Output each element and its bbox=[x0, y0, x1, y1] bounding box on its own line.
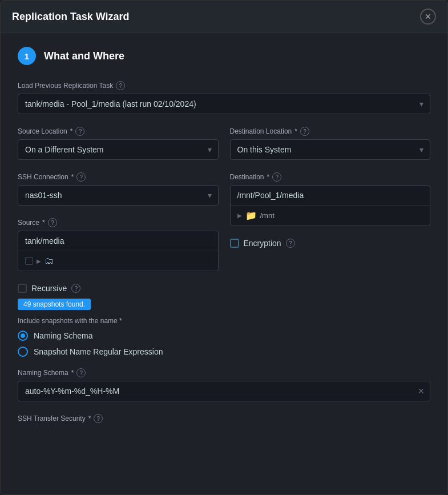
source-section: Source * ? ▶ 🗂 bbox=[18, 218, 219, 271]
tree-checkbox[interactable] bbox=[25, 257, 33, 265]
ssh-connection-label: SSH Connection * ? bbox=[18, 172, 219, 182]
destination-location-select[interactable]: On this System bbox=[230, 139, 431, 160]
destination-location-label: Destination Location * ? bbox=[230, 127, 431, 136]
destination-help-icon[interactable]: ? bbox=[272, 172, 281, 182]
encryption-container: Encryption ? bbox=[230, 239, 431, 248]
destination-box: /mnt/Pool_1/media ▶ 📁 /mnt bbox=[230, 185, 431, 226]
naming-schema-radio-inner bbox=[21, 333, 25, 338]
naming-schema-help-icon[interactable]: ? bbox=[76, 368, 86, 377]
encryption-label: Encryption bbox=[244, 239, 281, 248]
step-header: 1 What and Where bbox=[18, 47, 430, 65]
ssh-connection-section: SSH Connection * ? nas01-ssh bbox=[18, 172, 219, 206]
recursive-label: Recursive bbox=[31, 284, 67, 293]
dialog-body: 1 What and Where Load Previous Replicati… bbox=[1, 33, 447, 449]
ssh-transfer-security-help-icon[interactable]: ? bbox=[94, 414, 103, 423]
load-previous-select[interactable]: tank/media - Pool_1/media (last run 02/1… bbox=[18, 94, 430, 114]
recursive-container: Recursive ? bbox=[18, 284, 430, 293]
source-location-select[interactable]: On a Different System bbox=[18, 139, 219, 160]
destination-location-section: Destination Location * ? On this System bbox=[230, 127, 431, 160]
snapshots-found-badge: 49 snapshots found. bbox=[18, 299, 91, 310]
load-previous-label: Load Previous Replication Task ? bbox=[18, 81, 430, 90]
destination-location-select-wrapper: On this System bbox=[230, 139, 431, 160]
source-location-select-wrapper: On a Different System bbox=[18, 139, 219, 160]
tree-arrow-icon: ▶ bbox=[37, 258, 41, 264]
destination-location-help-icon[interactable]: ? bbox=[300, 127, 309, 136]
folder-icon: 🗂 bbox=[45, 256, 54, 266]
naming-schema-radio-item[interactable]: Naming Schema bbox=[18, 331, 430, 341]
recursive-checkbox[interactable] bbox=[18, 284, 27, 293]
snapshot-regex-radio-item[interactable]: Snapshot Name Regular Expression bbox=[18, 347, 430, 357]
load-previous-select-wrapper: tank/media - Pool_1/media (last run 02/1… bbox=[18, 94, 430, 114]
snapshot-type-radio-group: Naming Schema Snapshot Name Regular Expr… bbox=[18, 331, 430, 357]
replication-task-wizard-dialog: Replication Task Wizard ✕ 1 What and Whe… bbox=[0, 0, 448, 495]
location-row: Source Location * ? On a Different Syste… bbox=[18, 127, 430, 172]
naming-schema-clear-button[interactable]: ✕ bbox=[418, 387, 425, 396]
naming-schema-label: Naming Schema * ? bbox=[18, 368, 430, 377]
naming-schema-input-wrapper: ✕ bbox=[18, 381, 430, 401]
destination-section: Destination * ? /mnt/Pool_1/media ▶ 📁 /m… bbox=[230, 172, 431, 226]
source-input[interactable] bbox=[18, 231, 218, 251]
destination-column: Destination * ? /mnt/Pool_1/media ▶ 📁 /m… bbox=[230, 172, 431, 284]
dialog-title: Replication Task Wizard bbox=[12, 11, 130, 23]
source-help-icon[interactable]: ? bbox=[48, 218, 57, 227]
include-snapshots-label: Include snapshots with the name * bbox=[18, 317, 430, 325]
load-previous-section: Load Previous Replication Task ? tank/me… bbox=[18, 81, 430, 114]
encryption-checkbox[interactable] bbox=[230, 239, 239, 248]
naming-schema-section: Naming Schema * ? ✕ bbox=[18, 368, 430, 401]
source-location-help-icon[interactable]: ? bbox=[75, 127, 84, 136]
source-box: ▶ 🗂 bbox=[18, 231, 219, 271]
naming-schema-radio-outer[interactable] bbox=[18, 331, 28, 341]
destination-label: Destination * ? bbox=[230, 172, 431, 182]
ssh-transfer-security-label: SSH Transfer Security * ? bbox=[18, 414, 430, 423]
snapshot-regex-radio-outer[interactable] bbox=[18, 347, 28, 357]
load-previous-help-icon[interactable]: ? bbox=[116, 81, 125, 90]
source-tree-row: ▶ 🗂 bbox=[18, 251, 218, 271]
ssh-destination-row: SSH Connection * ? nas01-ssh Source * bbox=[18, 172, 430, 284]
close-button[interactable]: ✕ bbox=[420, 9, 436, 25]
destination-tree-label: /mnt bbox=[260, 211, 275, 220]
naming-schema-radio-label: Naming Schema bbox=[34, 331, 93, 340]
snapshot-regex-radio-label: Snapshot Name Regular Expression bbox=[34, 347, 163, 356]
step-badge: 1 bbox=[18, 47, 36, 65]
naming-schema-input[interactable] bbox=[18, 381, 430, 401]
source-location-section: Source Location * ? On a Different Syste… bbox=[18, 127, 219, 160]
destination-path: /mnt/Pool_1/media bbox=[231, 186, 430, 206]
ssh-connection-help-icon[interactable]: ? bbox=[76, 172, 86, 182]
recursive-help-icon[interactable]: ? bbox=[71, 284, 80, 293]
ssh-transfer-security-section: SSH Transfer Security * ? bbox=[18, 414, 430, 423]
destination-tree-arrow-icon: ▶ bbox=[237, 212, 242, 219]
source-location-label: Source Location * ? bbox=[18, 127, 219, 136]
ssh-connection-select-wrapper: nas01-ssh bbox=[18, 185, 219, 206]
ssh-connection-select[interactable]: nas01-ssh bbox=[18, 185, 219, 206]
dialog-header: Replication Task Wizard ✕ bbox=[1, 1, 447, 33]
destination-tree-item[interactable]: ▶ 📁 /mnt bbox=[231, 206, 430, 226]
destination-folder-icon: 📁 bbox=[245, 210, 257, 221]
encryption-help-icon[interactable]: ? bbox=[286, 239, 295, 248]
ssh-connection-column: SSH Connection * ? nas01-ssh Source * bbox=[18, 172, 219, 284]
close-icon: ✕ bbox=[425, 12, 431, 21]
step-title: What and Where bbox=[44, 50, 124, 62]
source-label: Source * ? bbox=[18, 218, 219, 227]
